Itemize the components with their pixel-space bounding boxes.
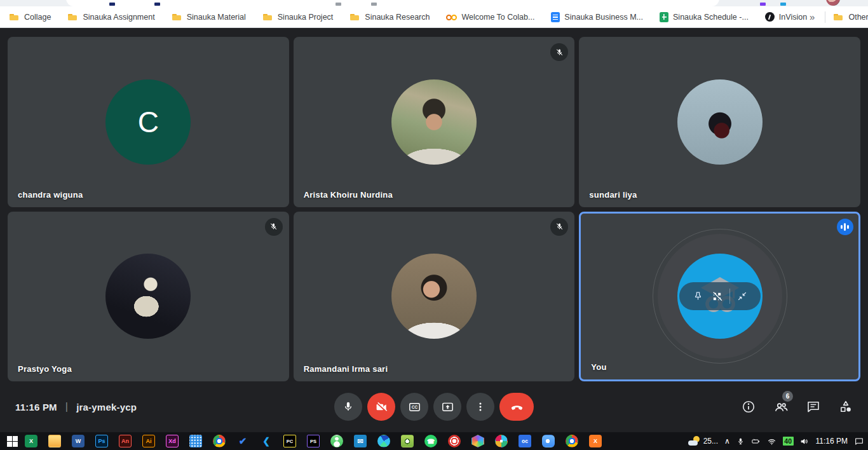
bookmark-item[interactable]: Sinauka Assignment [67, 12, 154, 22]
tile-prastyo-yoga[interactable]: Prastyo Yoga [8, 212, 289, 382]
excel-icon[interactable]: X [25, 435, 37, 447]
vscode-icon[interactable]: ❮ [260, 435, 273, 447]
bookmarks-overflow-chevron[interactable]: » [807, 11, 817, 22]
bookmarks-bar-right: » Other bookmarks [807, 11, 868, 23]
bookmark-item[interactable]: Collage [9, 12, 51, 22]
address-bar[interactable] [66, 0, 719, 6]
more-options-button[interactable] [466, 393, 494, 421]
bookmark-favicon [172, 12, 182, 22]
bookmark-item[interactable]: InVision [765, 12, 807, 22]
chrome-profile-icon[interactable] [566, 435, 578, 447]
participant-name: Arista Khoiru Nurdina [304, 190, 393, 200]
mic-muted-icon [550, 218, 568, 236]
bookmark-label: Sinauka Assignment [83, 13, 154, 22]
tile-ramandani-irma-sari[interactable]: Ramandani Irma sari [294, 212, 575, 382]
other-bookmarks-button[interactable]: Other bookmarks [833, 12, 868, 22]
ocam-icon[interactable]: oc [519, 435, 531, 447]
meeting-code: jra-ymek-ycp [76, 402, 137, 412]
meet-camera-icon[interactable] [542, 435, 555, 447]
tray-overflow-chevron[interactable]: ∧ [724, 437, 730, 446]
bookmark-label: Sinauka Project [278, 13, 334, 22]
participant-name: Prastyo Yoga [18, 364, 72, 374]
photoshop-icon[interactable]: Ps [95, 435, 108, 447]
extension-icon[interactable] [760, 3, 766, 6]
edge-icon[interactable] [377, 435, 390, 447]
emulator-icon[interactable] [330, 435, 343, 447]
xampp-icon[interactable]: X [589, 435, 602, 447]
end-call-button[interactable] [499, 393, 534, 421]
animate-icon[interactable]: An [119, 435, 132, 447]
chrome-icon[interactable] [213, 435, 226, 447]
participants-button[interactable]: 6 [773, 399, 789, 415]
camtasia-icon[interactable] [448, 435, 461, 447]
bookmark-item[interactable]: Sinauka Business M... [551, 12, 643, 22]
bookmark-favicon [660, 12, 668, 22]
pycharm-icon[interactable]: PC [283, 435, 296, 447]
file-explorer-icon[interactable] [48, 435, 61, 447]
divider [729, 289, 730, 304]
action-center-icon[interactable] [854, 436, 864, 446]
phpstorm-icon[interactable]: PS [307, 435, 320, 447]
microphone-button[interactable] [334, 393, 362, 421]
chat-button[interactable] [805, 399, 822, 415]
bookmarks-bar: Collage Sinauka Assignment Sinauka Mater… [0, 6, 868, 28]
bookmark-item[interactable]: Sinauka Schedule -... [660, 12, 749, 22]
adobe-xd-icon[interactable]: Xd [166, 435, 179, 447]
bookmark-label: Welcome To Colab... [461, 13, 534, 22]
illustrator-icon[interactable]: Ai [142, 435, 155, 447]
bookmark-list: Collage Sinauka Assignment Sinauka Mater… [9, 12, 807, 22]
tray-clock[interactable]: 11:16 PM [816, 437, 848, 446]
photo-avatar [391, 254, 477, 339]
camera-off-button[interactable] [367, 393, 395, 421]
pin-icon[interactable] [691, 290, 705, 303]
prism-icon[interactable] [471, 435, 484, 447]
speaking-indicator-icon [837, 219, 853, 235]
minimize-icon[interactable] [736, 290, 749, 303]
camera-app-icon[interactable] [401, 435, 414, 447]
bookmark-favicon [349, 12, 360, 22]
bookmark-item[interactable]: Welcome To Colab... [446, 12, 534, 22]
calendar-icon[interactable] [189, 435, 202, 447]
bookmark-favicon [446, 12, 457, 22]
volume-icon[interactable] [800, 437, 810, 446]
bookmark-item[interactable]: Sinauka Research [349, 12, 430, 22]
microphone-tray-icon[interactable] [736, 437, 745, 446]
bookmark-label: InVision [779, 13, 807, 22]
photo-avatar [391, 79, 477, 165]
word-icon[interactable]: W [72, 435, 85, 447]
bookmark-favicon [262, 12, 273, 22]
bookmark-label: Collage [24, 13, 51, 22]
temperature: 25... [703, 437, 718, 446]
present-screen-button[interactable] [433, 393, 461, 421]
participant-grid: C chandra wiguna Arista Khoiru Nurdina s… [0, 28, 868, 381]
bookmark-item[interactable]: Sinauka Project [262, 12, 334, 22]
taskbar-apps: X W Ps An Ai Xd ✔ ❮ PC [25, 435, 613, 447]
battery-icon[interactable] [751, 437, 761, 446]
start-button[interactable] [7, 436, 18, 447]
activities-button[interactable] [837, 399, 854, 415]
meeting-details-button[interactable] [740, 399, 757, 415]
mail-icon[interactable]: ✉ [354, 435, 367, 447]
whatsapp-icon[interactable]: ☎ [424, 435, 437, 447]
divider: | [65, 401, 68, 412]
tile-chandra-wiguna[interactable]: C chandra wiguna [8, 37, 289, 207]
weather-widget[interactable]: 25... [688, 435, 718, 447]
initial-avatar: C [105, 79, 191, 165]
pinwheel-icon[interactable] [495, 435, 508, 447]
todo-check-icon[interactable]: ✔ [236, 435, 249, 447]
tile-you[interactable]: You [579, 212, 860, 382]
call-controls: CC [334, 393, 534, 421]
tile-hover-controls [679, 282, 761, 310]
extension-icon[interactable] [780, 3, 786, 6]
tile-sundari-liya[interactable]: sundari liya [579, 37, 860, 207]
browser-profile-avatar[interactable] [826, 0, 840, 6]
bookmark-label: Sinauka Business M... [564, 13, 643, 22]
tile-arista-khoiru-nurdina[interactable]: Arista Khoiru Nurdina [294, 37, 575, 207]
bookmark-item[interactable]: Sinauka Material [172, 12, 246, 22]
captions-button[interactable]: CC [400, 393, 428, 421]
url-text-fragment [336, 3, 341, 6]
wifi-icon[interactable] [767, 437, 776, 446]
battery-percent-badge[interactable]: 40 [783, 437, 794, 446]
participant-name: chandra wiguna [18, 190, 83, 200]
hide-tile-icon[interactable] [710, 290, 724, 303]
